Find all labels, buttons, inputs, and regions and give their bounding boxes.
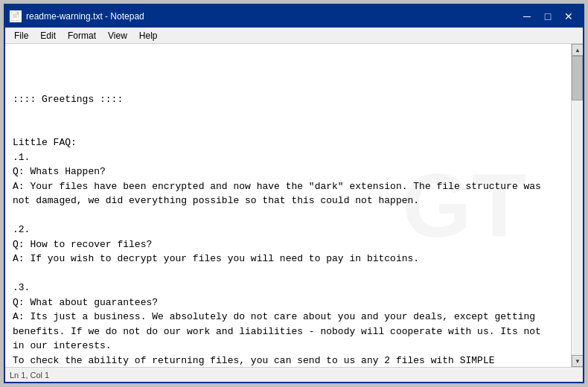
title-bar-left: readme-warning.txt - Notepad <box>10 10 144 22</box>
notepad-icon <box>10 10 22 22</box>
text-editor[interactable]: GT :::: Greetings :::: Little FAQ: .1. Q… <box>5 44 571 367</box>
menu-edit[interactable]: Edit <box>34 29 62 42</box>
status-text: Ln 1, Col 1 <box>10 371 49 380</box>
scrollbar-track[interactable] <box>572 56 583 355</box>
scrollbar-thumb[interactable] <box>572 56 583 100</box>
menu-format[interactable]: Format <box>62 29 102 42</box>
notepad-window: readme-warning.txt - Notepad ─ □ ✕ File … <box>4 4 584 383</box>
title-bar: readme-warning.txt - Notepad ─ □ ✕ <box>5 5 583 28</box>
maximize-button[interactable]: □ <box>538 9 557 24</box>
minimize-button[interactable]: ─ <box>517 9 537 24</box>
scrollbar[interactable]: ▲ ▼ <box>571 44 583 367</box>
content-area: GT :::: Greetings :::: Little FAQ: .1. Q… <box>5 44 583 367</box>
menu-view[interactable]: View <box>102 29 133 42</box>
window-title: readme-warning.txt - Notepad <box>26 11 144 22</box>
scroll-down-button[interactable]: ▼ <box>572 355 583 367</box>
status-bar: Ln 1, Col 1 <box>5 367 583 382</box>
menu-help[interactable]: Help <box>133 29 164 42</box>
window-controls: ─ □ ✕ <box>517 9 578 24</box>
close-button[interactable]: ✕ <box>559 9 578 24</box>
scroll-up-button[interactable]: ▲ <box>572 44 583 56</box>
menu-bar: File Edit Format View Help <box>5 28 583 44</box>
text-inner: :::: Greetings :::: Little FAQ: .1. Q: W… <box>13 92 563 368</box>
menu-file[interactable]: File <box>8 29 34 42</box>
